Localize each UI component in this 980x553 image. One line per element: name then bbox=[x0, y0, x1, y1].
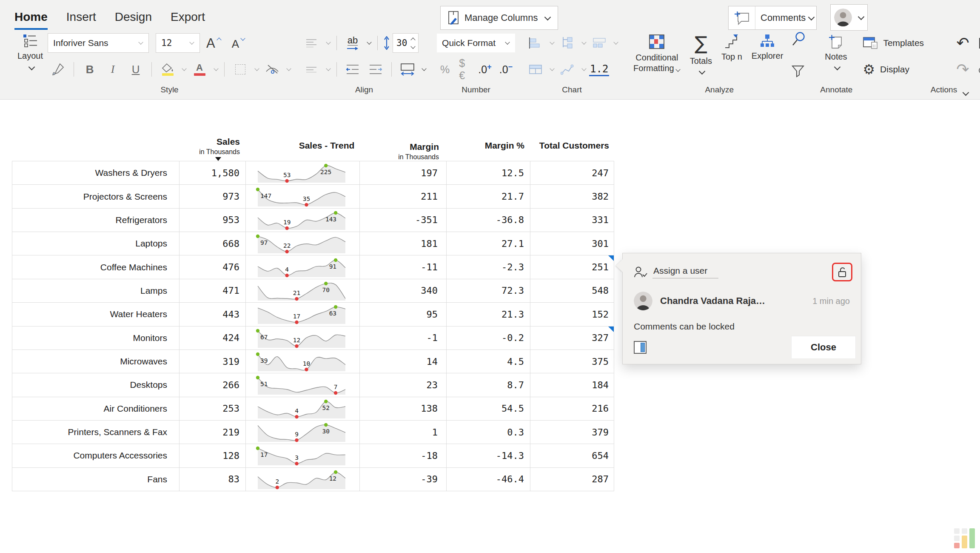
header-sales[interactable]: Sales in Thousands bbox=[179, 137, 246, 161]
side-panel-icon[interactable] bbox=[634, 341, 647, 354]
table-chart-button[interactable] bbox=[525, 59, 546, 80]
cell-margin[interactable]: 23 bbox=[360, 373, 447, 396]
cell-total-customers[interactable]: 379 bbox=[530, 421, 614, 444]
table-row[interactable]: Fans83122-39-46.4287 bbox=[12, 468, 614, 491]
manage-columns-button[interactable]: Manage Columns bbox=[440, 6, 558, 30]
add-comment-button[interactable] bbox=[729, 6, 755, 29]
cell-product[interactable]: Monitors bbox=[12, 327, 179, 350]
bar-chart-button[interactable] bbox=[525, 33, 546, 53]
cell-margin[interactable]: -1 bbox=[360, 327, 447, 350]
cell-total-customers[interactable]: 548 bbox=[530, 279, 614, 302]
cell-sales[interactable]: 471 bbox=[179, 279, 246, 302]
conditional-formatting-button[interactable]: Conditional Formatting bbox=[629, 30, 685, 78]
cell-margin-pct[interactable]: 0.3 bbox=[447, 421, 530, 444]
chevron-down-icon[interactable] bbox=[411, 44, 416, 49]
currency-format-button[interactable]: $€ bbox=[456, 57, 473, 82]
cell-sales-trend[interactable]: 517 bbox=[246, 373, 360, 396]
cell-margin[interactable]: -11 bbox=[360, 255, 447, 278]
cell-sales-trend[interactable]: 173 bbox=[246, 444, 360, 467]
column-width-button[interactable] bbox=[397, 59, 418, 80]
table-row[interactable]: Monitors4246712-1-0.2327 bbox=[12, 327, 614, 350]
font-size-select[interactable]: 12 bbox=[156, 33, 200, 53]
table-row[interactable]: Refrigerators95314319-351-36.8331 bbox=[12, 209, 614, 232]
account-menu-button[interactable] bbox=[830, 4, 868, 31]
redo-button[interactable]: ↷ bbox=[956, 62, 969, 77]
cell-margin[interactable]: 197 bbox=[360, 161, 447, 184]
table-row[interactable]: Computers Accessories128173-18-14.3654 bbox=[12, 444, 614, 467]
cell-sales[interactable]: 973 bbox=[179, 185, 246, 208]
table-row[interactable]: Microwaves3193910144.5375 bbox=[12, 350, 614, 373]
tab-design[interactable]: Design bbox=[115, 10, 152, 30]
table-row[interactable]: Air Conditioners25352413854.5216 bbox=[12, 397, 614, 421]
decrease-decimal-button[interactable]: .0− bbox=[497, 63, 515, 76]
table-row[interactable]: Printers, Scanners & Fax21930910.3379 bbox=[12, 421, 614, 444]
table-row[interactable]: Desktops266517238.7184 bbox=[12, 373, 614, 397]
text-orientation-button[interactable]: ab bbox=[342, 33, 363, 53]
cell-sales-trend[interactable]: 14735 bbox=[246, 185, 360, 208]
cell-product[interactable]: Fans bbox=[12, 468, 179, 491]
hierarchy-chart-button[interactable] bbox=[557, 33, 578, 53]
publish-button[interactable] bbox=[978, 63, 980, 76]
cell-product[interactable]: Printers, Scanners & Fax bbox=[12, 421, 179, 444]
cell-margin-pct[interactable]: 27.1 bbox=[447, 232, 530, 255]
cell-total-customers[interactable]: 331 bbox=[530, 209, 614, 232]
table-row[interactable]: Coffee Machines476914-11-2.3251 bbox=[12, 255, 614, 279]
cell-margin-pct[interactable]: -14.3 bbox=[447, 444, 530, 467]
cell-product[interactable]: Washers & Dryers bbox=[12, 161, 179, 184]
cell-margin-pct[interactable]: 21.3 bbox=[447, 303, 530, 326]
cell-margin[interactable]: 95 bbox=[360, 303, 447, 326]
header-total-customers[interactable]: Total Customers bbox=[530, 140, 614, 161]
undo-button[interactable]: ↶ bbox=[956, 35, 969, 51]
cell-margin-pct[interactable]: 4.5 bbox=[447, 350, 530, 373]
cell-product[interactable]: Computers Accessories bbox=[12, 444, 179, 467]
layout-chart-button[interactable] bbox=[589, 33, 610, 53]
cell-total-customers[interactable]: 184 bbox=[530, 373, 614, 396]
totals-button[interactable]: ∑ Totals bbox=[685, 30, 717, 78]
cell-total-customers[interactable]: 327 bbox=[530, 327, 614, 350]
cell-sales-trend[interactable]: 9722 bbox=[246, 232, 360, 255]
font-color-button[interactable]: A bbox=[189, 59, 210, 80]
cell-sales[interactable]: 253 bbox=[179, 397, 246, 420]
cell-product[interactable]: Coffee Machines bbox=[12, 255, 179, 278]
format-painter-button[interactable] bbox=[48, 59, 68, 80]
cell-margin-pct[interactable]: 72.3 bbox=[447, 279, 530, 302]
cell-margin[interactable]: 340 bbox=[360, 279, 447, 302]
cell-margin[interactable]: -39 bbox=[360, 468, 447, 491]
decrease-indent-button[interactable] bbox=[342, 59, 363, 80]
explorer-button[interactable]: Explorer bbox=[747, 30, 788, 78]
lock-comment-button[interactable] bbox=[832, 263, 852, 281]
hide-values-button[interactable] bbox=[262, 59, 282, 80]
fill-color-button[interactable] bbox=[157, 59, 178, 80]
cell-total-customers[interactable]: 382 bbox=[530, 185, 614, 208]
tab-export[interactable]: Export bbox=[171, 10, 205, 30]
cell-sales[interactable]: 219 bbox=[179, 421, 246, 444]
table-row[interactable]: Washers & Dryers1,5802255319712.5247 bbox=[12, 161, 614, 185]
cell-product[interactable]: Lamps bbox=[12, 279, 179, 302]
cell-sales-trend[interactable]: 7021 bbox=[246, 279, 360, 302]
cell-total-customers[interactable]: 216 bbox=[530, 397, 614, 420]
cell-sales-trend[interactable]: 122 bbox=[246, 468, 360, 491]
cell-sales-trend[interactable]: 524 bbox=[246, 397, 360, 420]
cell-sales[interactable]: 128 bbox=[179, 444, 246, 467]
cell-total-customers[interactable]: 152 bbox=[530, 303, 614, 326]
tab-insert[interactable]: Insert bbox=[66, 10, 96, 30]
cell-product[interactable]: Air Conditioners bbox=[12, 397, 179, 420]
filter-button[interactable] bbox=[791, 65, 806, 77]
cell-sales-trend[interactable]: 22553 bbox=[246, 161, 360, 184]
cell-margin-pct[interactable]: 8.7 bbox=[447, 373, 530, 396]
cell-total-customers[interactable]: 247 bbox=[530, 161, 614, 184]
cell-total-customers[interactable]: 287 bbox=[530, 468, 614, 491]
decrease-font-button[interactable]: A bbox=[228, 37, 249, 49]
cell-sales[interactable]: 266 bbox=[179, 373, 246, 396]
cell-sales[interactable]: 443 bbox=[179, 303, 246, 326]
cell-margin[interactable]: 1 bbox=[360, 421, 447, 444]
cell-sales-trend[interactable]: 309 bbox=[246, 421, 360, 444]
increase-font-button[interactable]: A bbox=[202, 37, 225, 50]
increase-decimal-button[interactable]: .0+ bbox=[476, 63, 494, 76]
cell-total-customers[interactable]: 654 bbox=[530, 444, 614, 467]
cell-sales[interactable]: 83 bbox=[179, 468, 246, 491]
line-chart-button[interactable] bbox=[557, 59, 578, 80]
notes-button[interactable]: Notes bbox=[820, 30, 852, 78]
cell-sales-trend[interactable]: 6712 bbox=[246, 327, 360, 350]
cell-product[interactable]: Projectors & Screens bbox=[12, 185, 179, 208]
